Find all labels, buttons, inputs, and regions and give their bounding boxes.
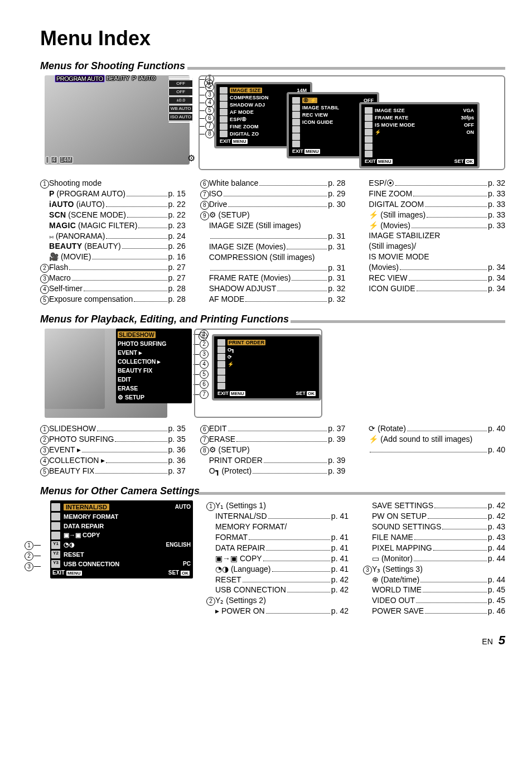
index-line: iAUTO (iAUTO)p. 22 (40, 199, 186, 210)
index-line: ⟳ (Rotate)p. 40 (360, 423, 505, 434)
callout-9: 9 (204, 79, 213, 88)
index-line: O┓ (Protect)p. 39 (200, 466, 346, 476)
index-line: 5 BEAUTY FIXp. 37 (40, 466, 186, 476)
index-line: COMPRESSION (Still images) (200, 252, 346, 263)
shooting-menu-panels: 9 IMAGE SIZE14MCOMPRESSIONSHADOW ADJAF M… (199, 75, 505, 170)
index-line: ⊕ (Date/time)p. 44 (363, 575, 505, 585)
index-line: REC VIEWp. 34 (360, 273, 505, 283)
index-line: IS MOVIE MODE (360, 252, 505, 262)
mode-chip: ISO AUTO (168, 113, 193, 121)
index-line: 7 ERASEp. 39 (200, 434, 346, 445)
index-line: BEAUTY (BEAUTY)p. 26 (40, 241, 186, 252)
index-line: ▸ POWER ONp. 42 (206, 606, 349, 616)
index-line: MEMORY FORMAT/ (206, 522, 349, 532)
index-line: IMAGE STABILIZER (360, 230, 505, 241)
callout: 1 (25, 541, 33, 550)
index-line: 6 White balancep. 28 (200, 178, 346, 189)
index-line: PW ON SETUPp. 42 (363, 511, 505, 522)
mode-chip: OFF (168, 80, 193, 88)
index-line: AF MODEp. 32 (200, 294, 346, 305)
index-num: 3 (40, 446, 49, 455)
footer-lang: EN (482, 637, 492, 646)
index-line: ICON GUIDEp. 34 (360, 283, 505, 294)
index-num: 6 (200, 180, 209, 189)
index-line: ⚡ (Still images)p. 33 (360, 210, 505, 220)
index-num: 8 (200, 446, 209, 455)
index-line: 🎥 (MOVIE)p. 16 (40, 252, 186, 262)
index-num: 3 (363, 566, 372, 575)
index-num: 1 (40, 425, 49, 434)
shooting-preview: PROGRAM AUTO BEAUTY P iAUTO 4 14M OFFOFF… (45, 75, 190, 165)
index-line: 2 Y₂ (Settings 2) (206, 595, 349, 606)
index-line: 1 Shooting mode (40, 178, 186, 189)
mode-chip (168, 76, 193, 78)
mode-chip: OFF (168, 88, 193, 96)
index-num: 8 (200, 201, 209, 210)
index-line: FRAME RATE (Movies)p. 31 (200, 273, 346, 283)
index-line: ⚡ (Add sound to still images) (360, 434, 505, 445)
index-line: USB CONNECTIONp. 42 (206, 585, 349, 595)
index-num: 5 (40, 467, 49, 476)
mode-bar: PROGRAM AUTO BEAUTY P iAUTO (55, 75, 157, 83)
index-line: ◔◑ (Language)p. 41 (206, 564, 349, 575)
section3-title: Menus for Other Camera Settings (40, 485, 505, 497)
mode-chip (168, 78, 193, 79)
index-line: ⨝ (PANORAMA)p. 24 (40, 231, 186, 242)
index-line: p. 40 (360, 445, 505, 455)
index-num: 2 (40, 264, 49, 273)
index-num: 6 (200, 425, 209, 434)
index-num: 9 (200, 211, 209, 220)
index-line: 3 Y₃ (Settings 3) (363, 564, 505, 575)
index-line: 3 Macrop. 27 (40, 273, 186, 283)
index-line: FINE ZOOMp. 33 (360, 189, 505, 199)
index-line: 8 Drivep. 30 (200, 199, 346, 210)
index-line: ▭ (Monitor)p. 44 (363, 553, 505, 564)
index-num: 1 (40, 180, 49, 189)
index-line: 8 ⚙ (SETUP) (200, 445, 346, 455)
mode-chip: ±0.0 (168, 97, 193, 104)
index-line: VIDEO OUTp. 45 (363, 595, 505, 606)
mode-chip: WB AUTO (168, 105, 193, 113)
index-line: PIXEL MAPPINGp. 44 (363, 543, 505, 553)
index-line: DATA REPAIRp. 41 (206, 543, 349, 553)
index-line: p. 31 (200, 263, 346, 273)
index-num: 5 (40, 296, 49, 305)
index-num: 7 (200, 436, 209, 445)
index-line: INTERNAL/SDp. 41 (206, 511, 349, 522)
footer-page-number: 5 (499, 633, 505, 648)
index-line: FILE NAMEp. 43 (363, 532, 505, 543)
index-num: 3 (40, 274, 49, 283)
page-title: Menu Index (40, 27, 505, 50)
index-num: 1 (206, 502, 215, 511)
index-num: 4 (40, 457, 49, 466)
index-num: 4 (40, 285, 49, 294)
callout-8: 8 (199, 332, 207, 341)
index-line: 2 PHOTO SURFINGp. 35 (40, 434, 186, 445)
index-line: p. 31 (200, 231, 346, 242)
index-num: 7 (200, 190, 209, 199)
index-line: FORMATp. 41 (206, 532, 349, 543)
index-line: POWER SAVEp. 46 (363, 606, 505, 616)
index-line: SOUND SETTINGSp. 43 (363, 522, 505, 532)
index-line: (Movies)p. 34 (360, 262, 505, 273)
playback-setup-panel: 8 PRINT ORDERO┓⟳⚡EXITMENUSETOK (194, 329, 322, 418)
index-line: 9 ⚙ (SETUP) (200, 210, 346, 220)
index-line: SHADOW ADJUSTp. 32 (200, 283, 346, 294)
index-line: 3 EVENT ▸p. 36 (40, 445, 186, 455)
index-num: 2 (206, 597, 215, 606)
index-line: 1 SLIDESHOWp. 35 (40, 423, 186, 434)
settings-panel: INTERNAL/SDAUTOMEMORY FORMATDATA REPAIR▣… (50, 500, 193, 578)
index-line: ESP/⦿p. 32 (360, 178, 505, 189)
index-line: PRINT ORDERp. 39 (200, 455, 346, 466)
index-line: 7 ISOp. 29 (200, 189, 346, 199)
index-line: MAGIC (MAGIC FILTER)p. 23 (40, 220, 186, 231)
section2-title: Menus for Playback, Editing, and Printin… (40, 314, 505, 325)
index-line: DIGITAL ZOOMp. 33 (360, 199, 505, 210)
index-line: P (PROGRAM AUTO)p. 15 (40, 189, 186, 199)
index-line: (Still images)/ (360, 241, 505, 252)
index-line: IMAGE SIZE (Still images) (200, 220, 346, 231)
mode-chip (168, 122, 193, 123)
playback-preview: SLIDESHOWPHOTO SURFINGEVENT ▸COLLECTION … (45, 329, 184, 418)
index-line: SAVE SETTINGSp. 42 (363, 500, 505, 511)
index-line: ⚡ (Movies)p. 33 (360, 220, 505, 231)
